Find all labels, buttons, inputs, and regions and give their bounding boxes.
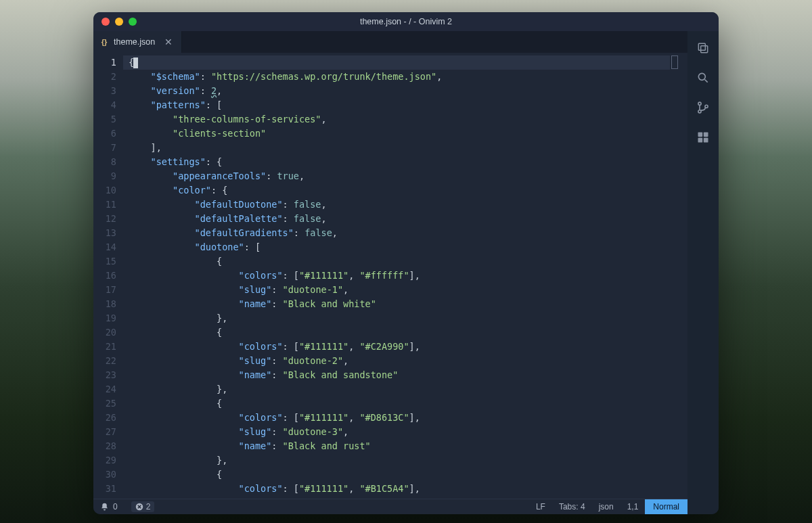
tab-label: theme.json xyxy=(114,37,155,47)
svg-rect-10 xyxy=(704,138,708,143)
svg-rect-8 xyxy=(704,133,708,137)
status-notifications[interactable]: 0 xyxy=(93,499,125,514)
bell-icon xyxy=(100,503,109,511)
status-errors[interactable]: 2 xyxy=(125,499,162,514)
svg-rect-9 xyxy=(698,138,703,143)
window-title: theme.json - / - Onivim 2 xyxy=(360,17,452,26)
line-number-gutter: 1234567891011121314151617181920212223242… xyxy=(93,53,123,499)
code-content[interactable]: { "$schema": "https://schemas.wp.org/tru… xyxy=(123,53,670,499)
copy-icon[interactable] xyxy=(696,41,710,55)
vertical-scrollbar[interactable] xyxy=(679,53,687,499)
vim-mode-indicator: Normal xyxy=(645,499,687,514)
bell-count: 0 xyxy=(113,502,118,511)
svg-point-5 xyxy=(698,110,701,113)
json-file-icon: {} xyxy=(100,38,108,46)
minimap[interactable] xyxy=(670,53,679,499)
svg-rect-1 xyxy=(701,46,708,53)
minimize-window-button[interactable] xyxy=(115,18,123,26)
error-count: 2 xyxy=(146,502,151,511)
source-control-icon[interactable] xyxy=(696,100,710,115)
activity-bar xyxy=(687,31,719,514)
close-window-button[interactable] xyxy=(102,18,110,26)
status-language[interactable]: json xyxy=(592,499,621,514)
editor-window: theme.json - / - Onivim 2 {} theme.json … xyxy=(93,12,719,514)
svg-rect-2 xyxy=(698,43,705,50)
tab-bar: {} theme.json ✕ xyxy=(93,31,687,53)
svg-point-3 xyxy=(698,73,705,80)
status-cursor-pos[interactable]: 1,1 xyxy=(621,499,646,514)
status-eol[interactable]: LF xyxy=(529,499,552,514)
error-icon xyxy=(135,503,143,511)
status-bar: 0 2 LF Tabs: 4 json 1,1 Normal xyxy=(93,499,687,514)
search-icon[interactable] xyxy=(696,70,710,85)
svg-point-4 xyxy=(698,102,701,105)
desktop-wallpaper: theme.json - / - Onivim 2 {} theme.json … xyxy=(0,0,812,523)
svg-point-6 xyxy=(705,105,708,108)
extensions-icon[interactable] xyxy=(696,130,710,145)
close-tab-icon[interactable]: ✕ xyxy=(164,37,173,47)
window-titlebar[interactable]: theme.json - / - Onivim 2 xyxy=(93,12,719,31)
code-editor[interactable]: 1234567891011121314151617181920212223242… xyxy=(93,53,687,499)
tab-theme-json[interactable]: {} theme.json ✕ xyxy=(93,31,182,53)
zoom-window-button[interactable] xyxy=(129,18,137,26)
svg-rect-7 xyxy=(698,133,703,137)
status-indent[interactable]: Tabs: 4 xyxy=(552,499,592,514)
